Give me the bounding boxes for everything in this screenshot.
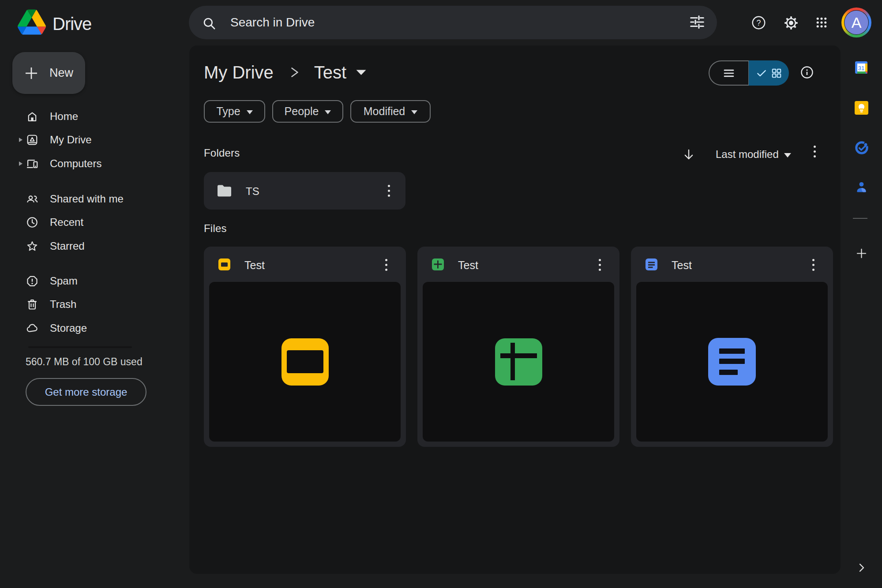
svg-text:31: 31 [858, 65, 864, 71]
svg-text:?: ? [757, 19, 761, 27]
